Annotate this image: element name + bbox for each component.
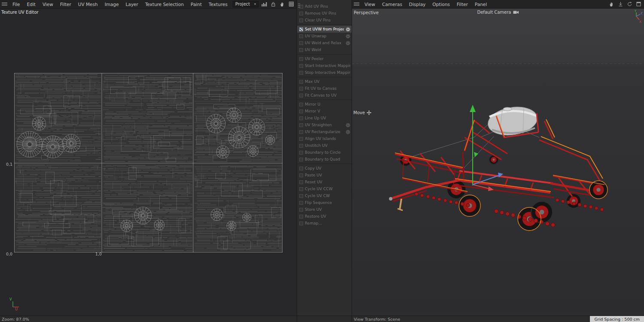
uv-canvas-area[interactable]: 0,1 0,0 1,0 V U: [0, 15, 297, 316]
hamburger-icon[interactable]: [2, 0, 7, 8]
menu-edit[interactable]: Edit: [24, 0, 39, 9]
menu-file[interactable]: File: [9, 0, 24, 9]
lock-icon[interactable]: [270, 1, 276, 7]
uv-axis-gizmo: V U: [8, 296, 21, 311]
camera-label[interactable]: Default Camera: [477, 10, 511, 15]
max-uv-icon: [299, 80, 303, 84]
menu-display[interactable]: Display: [406, 0, 429, 9]
command-label: Remove UV Pins: [305, 11, 350, 15]
command-line-up-uv[interactable]: Line Up UV: [297, 115, 352, 122]
command-remove-uv-pins[interactable]: Remove UV Pins: [297, 10, 352, 17]
camera-icon[interactable]: [513, 10, 519, 14]
active-tool-label: Move: [353, 110, 365, 115]
command-clear-uv-pins[interactable]: Clear UV Pins: [297, 17, 352, 24]
clear-uv-pins-icon: [299, 18, 303, 22]
command-set-uvw-from-projection[interactable]: Set UVW from Projection: [297, 26, 352, 33]
command-mirror-u[interactable]: Mirror U: [297, 101, 352, 108]
uv-wireframe-canvas[interactable]: [14, 73, 283, 252]
menu-view[interactable]: View: [361, 0, 379, 9]
menu-filter[interactable]: Filter: [57, 0, 75, 9]
project-dropdown[interactable]: Project ▾: [233, 1, 258, 7]
command-store-uv[interactable]: Store UV: [297, 206, 352, 213]
command-add-uv-pins[interactable]: Add UV Pins: [297, 3, 352, 10]
command-paste-uv[interactable]: Paste UV: [297, 172, 352, 179]
command-copy-uv[interactable]: Copy UV: [297, 165, 352, 172]
pan-hand-icon[interactable]: [608, 1, 615, 7]
maximize-icon[interactable]: [635, 1, 642, 7]
command-stop-interactive-mapping[interactable]: Stop Interactive Mapping: [297, 69, 352, 76]
command-restore-uv[interactable]: Restore UV: [297, 213, 352, 220]
menu-panel[interactable]: Panel: [471, 0, 490, 9]
command-uv-peeler[interactable]: UV Peeler: [297, 55, 352, 62]
command-fit-canvas-to-uv[interactable]: Fit Canvas to UV: [297, 92, 352, 99]
hand-icon[interactable]: [279, 1, 286, 7]
dock-arrow-icon[interactable]: [617, 1, 624, 7]
histogram-icon[interactable]: [261, 1, 267, 7]
command-flip-sequence[interactable]: Flip Sequence: [297, 199, 352, 206]
unstitch-uv-icon: [299, 144, 303, 148]
command-label: UV Rectangularize: [305, 130, 344, 134]
command-label: Fit UV to Canvas: [305, 86, 350, 91]
panel-grip-icon[interactable]: [298, 3, 299, 4]
command-start-interactive-mapping[interactable]: Start Interactive Mapping: [297, 62, 352, 69]
menu-image[interactable]: Image: [101, 0, 122, 9]
command-reset-uv[interactable]: Reset UV: [297, 179, 352, 185]
uv-editor-statusbar: Zoom: 87.0%: [0, 316, 297, 322]
menu-uv-mesh[interactable]: UV Mesh: [75, 0, 101, 9]
options-gear-icon[interactable]: [346, 41, 350, 46]
panel-title: Texture UV Editor: [1, 10, 39, 15]
options-gear-icon[interactable]: [346, 123, 350, 128]
command-group-separator: [297, 54, 352, 55]
command-label: Mirror V: [305, 109, 350, 113]
viewport-render[interactable]: [352, 9, 644, 316]
command-cycle-uv-cw[interactable]: Cycle UV CW: [297, 192, 352, 199]
menu-layer[interactable]: Layer: [122, 0, 142, 9]
command-uv-weld[interactable]: UV Weld: [297, 46, 352, 53]
cycle-uv-ccw-icon: [299, 187, 303, 191]
hamburger-icon[interactable]: [354, 0, 359, 8]
command-align-uv-islands[interactable]: Align UV Islands: [297, 135, 352, 142]
menu-options[interactable]: Options: [429, 0, 453, 9]
set-uvw-from-projection-icon: [299, 27, 303, 31]
command-uv-rectangularize[interactable]: UV Rectangularize: [297, 128, 352, 135]
menu-paint[interactable]: Paint: [187, 0, 205, 9]
menu-filter[interactable]: Filter: [453, 0, 471, 9]
paste-uv-icon: [299, 173, 303, 177]
command-unstitch-uv[interactable]: Unstitch UV: [297, 142, 352, 149]
menu-texture-selection[interactable]: Texture Selection: [142, 0, 187, 9]
uv-coord-unit-top: 0,1: [6, 162, 12, 167]
mirror-v-icon: [299, 109, 303, 113]
command-fit-uv-to-canvas[interactable]: Fit UV to Canvas: [297, 85, 352, 92]
menu-view[interactable]: View: [39, 0, 57, 9]
reset-view-icon[interactable]: [626, 1, 633, 7]
camera-label-row[interactable]: Default Camera: [352, 10, 644, 15]
command-uv-straighten[interactable]: UV Straighten: [297, 122, 352, 128]
command-label: Copy UV: [305, 166, 350, 170]
command-label: UV Straighten: [305, 123, 344, 127]
seeder-model[interactable]: [389, 103, 608, 231]
perspective-viewport[interactable]: Perspective Default Camera Move Y Z X: [352, 9, 644, 316]
boundary-to-quad-icon: [299, 158, 303, 161]
uv-commands-panel: Add UV PinsRemove UV PinsClear UV PinsSe…: [297, 0, 352, 322]
command-max-uv[interactable]: Max UV: [297, 78, 352, 85]
command-uv-weld-and-relax[interactable]: UV Weld and Relax: [297, 39, 352, 46]
uv-unwrap-icon: [299, 34, 303, 38]
uv-command-list: Add UV PinsRemove UV PinsClear UV PinsSe…: [297, 0, 352, 316]
grid-icon[interactable]: [288, 1, 295, 7]
command-cycle-uv-ccw[interactable]: Cycle UV CCW: [297, 185, 352, 192]
command-label: Cycle UV CW: [305, 194, 350, 198]
restore-uv-icon: [299, 215, 303, 219]
menu-cameras[interactable]: Cameras: [379, 0, 406, 9]
command-mirror-v[interactable]: Mirror V: [297, 108, 352, 115]
command-label: Fit Canvas to UV: [305, 93, 350, 97]
command-remap[interactable]: Remap...: [297, 220, 352, 227]
command-boundary-to-circle[interactable]: Boundary to Circle: [297, 149, 352, 156]
menu-textures[interactable]: Textures: [205, 0, 231, 9]
uv-rectangularize-icon: [299, 130, 303, 134]
command-uv-unwrap[interactable]: UV Unwrap: [297, 33, 352, 39]
command-boundary-to-quad[interactable]: Boundary to Quad: [297, 156, 352, 163]
options-gear-icon[interactable]: [346, 130, 350, 134]
start-interactive-mapping-icon: [299, 64, 303, 68]
options-gear-icon[interactable]: [346, 27, 350, 32]
options-gear-icon[interactable]: [346, 34, 350, 39]
